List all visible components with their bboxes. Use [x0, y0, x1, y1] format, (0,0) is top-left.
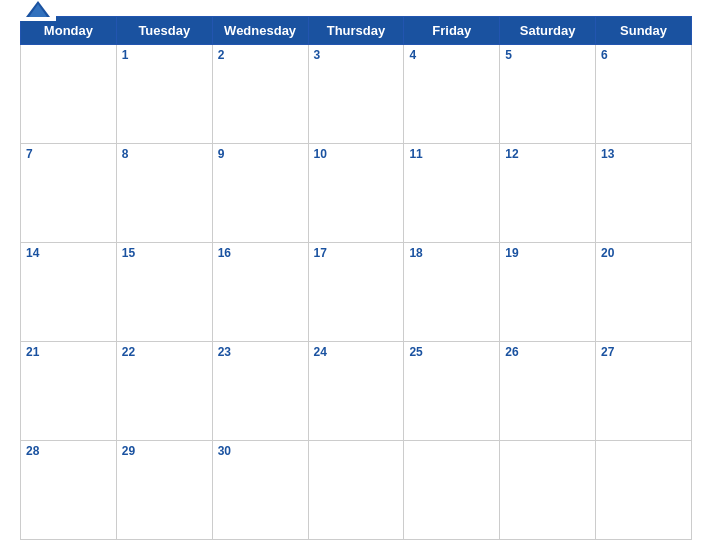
calendar-day: 23	[212, 342, 308, 441]
day-number: 5	[505, 48, 512, 62]
calendar-week-row: 282930	[21, 441, 692, 540]
calendar-day	[21, 45, 117, 144]
calendar-day: 4	[404, 45, 500, 144]
calendar-day: 3	[308, 45, 404, 144]
calendar-day: 24	[308, 342, 404, 441]
weekday-header-row: MondayTuesdayWednesdayThursdayFridaySatu…	[21, 17, 692, 45]
calendar-week-row: 78910111213	[21, 144, 692, 243]
calendar-day: 25	[404, 342, 500, 441]
day-number: 18	[409, 246, 422, 260]
day-number: 19	[505, 246, 518, 260]
calendar-day: 1	[116, 45, 212, 144]
day-number: 9	[218, 147, 225, 161]
calendar-day: 8	[116, 144, 212, 243]
calendar-day: 6	[596, 45, 692, 144]
day-number: 1	[122, 48, 129, 62]
day-number: 16	[218, 246, 231, 260]
calendar-day: 2	[212, 45, 308, 144]
day-number: 2	[218, 48, 225, 62]
day-number: 8	[122, 147, 129, 161]
calendar-day: 14	[21, 243, 117, 342]
calendar-day	[596, 441, 692, 540]
calendar-day	[404, 441, 500, 540]
calendar-day: 9	[212, 144, 308, 243]
day-number: 28	[26, 444, 39, 458]
weekday-sunday: Sunday	[596, 17, 692, 45]
calendar-day: 20	[596, 243, 692, 342]
calendar-day: 28	[21, 441, 117, 540]
day-number: 15	[122, 246, 135, 260]
calendar-week-row: 14151617181920	[21, 243, 692, 342]
calendar-day: 11	[404, 144, 500, 243]
calendar-day: 30	[212, 441, 308, 540]
calendar-week-row: 123456	[21, 45, 692, 144]
day-number: 27	[601, 345, 614, 359]
day-number: 21	[26, 345, 39, 359]
calendar-day: 10	[308, 144, 404, 243]
day-number: 17	[314, 246, 327, 260]
weekday-thursday: Thursday	[308, 17, 404, 45]
calendar-day: 7	[21, 144, 117, 243]
calendar-day: 29	[116, 441, 212, 540]
day-number: 24	[314, 345, 327, 359]
calendar-day: 26	[500, 342, 596, 441]
calendar-day: 5	[500, 45, 596, 144]
day-number: 6	[601, 48, 608, 62]
day-number: 13	[601, 147, 614, 161]
day-number: 23	[218, 345, 231, 359]
calendar-day	[308, 441, 404, 540]
weekday-tuesday: Tuesday	[116, 17, 212, 45]
day-number: 12	[505, 147, 518, 161]
calendar-week-row: 21222324252627	[21, 342, 692, 441]
calendar-day: 27	[596, 342, 692, 441]
day-number: 30	[218, 444, 231, 458]
day-number: 11	[409, 147, 422, 161]
weekday-friday: Friday	[404, 17, 500, 45]
weekday-saturday: Saturday	[500, 17, 596, 45]
day-number: 29	[122, 444, 135, 458]
calendar-day: 12	[500, 144, 596, 243]
day-number: 14	[26, 246, 39, 260]
calendar-day: 17	[308, 243, 404, 342]
day-number: 4	[409, 48, 416, 62]
day-number: 25	[409, 345, 422, 359]
day-number: 7	[26, 147, 33, 161]
calendar-day: 18	[404, 243, 500, 342]
calendar-table: MondayTuesdayWednesdayThursdayFridaySatu…	[20, 16, 692, 540]
calendar-body: 1234567891011121314151617181920212223242…	[21, 45, 692, 540]
day-number: 20	[601, 246, 614, 260]
calendar-day: 13	[596, 144, 692, 243]
calendar-day: 16	[212, 243, 308, 342]
calendar-day: 21	[21, 342, 117, 441]
calendar-day: 19	[500, 243, 596, 342]
weekday-wednesday: Wednesday	[212, 17, 308, 45]
day-number: 26	[505, 345, 518, 359]
day-number: 22	[122, 345, 135, 359]
calendar-day: 15	[116, 243, 212, 342]
logo-icon	[20, 0, 56, 21]
calendar-day: 22	[116, 342, 212, 441]
day-number: 3	[314, 48, 321, 62]
calendar-day	[500, 441, 596, 540]
day-number: 10	[314, 147, 327, 161]
logo	[20, 0, 56, 21]
